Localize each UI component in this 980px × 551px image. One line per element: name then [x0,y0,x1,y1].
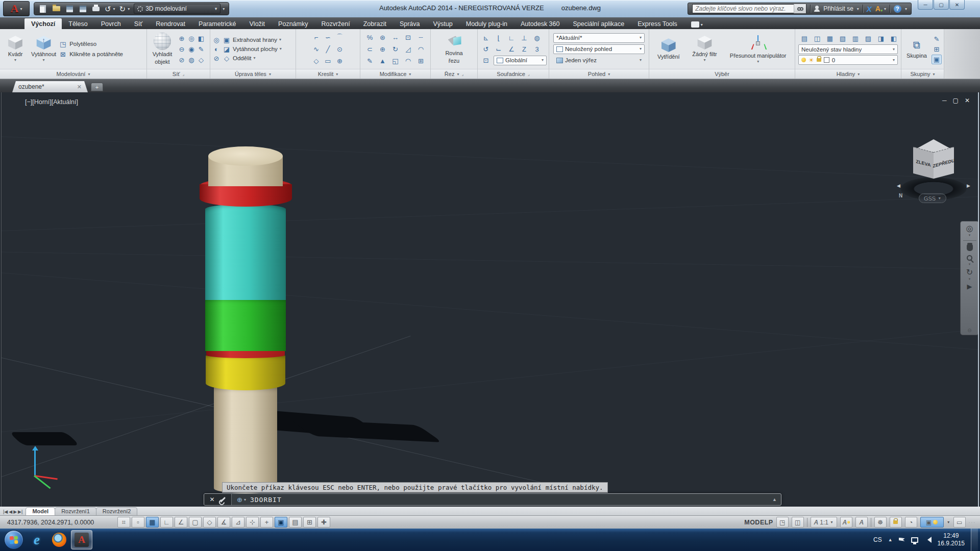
help-icon[interactable]: ? [894,5,901,13]
mesh-refine-icon[interactable]: ◎ [187,33,196,43]
layer-dropdown[interactable]: ☀ 0 ▾ [798,55,898,65]
group-select-icon[interactable]: ▣ [932,55,942,64]
layer-off-icon[interactable]: ◫ [811,33,823,43]
circle-icon[interactable]: ⊙ [334,43,346,55]
language-indicator[interactable]: CS [873,536,882,543]
layer-properties-icon[interactable]: ▤ [798,33,811,43]
volume-icon[interactable] [924,537,932,543]
mesh-box-icon[interactable]: ◧ [197,33,206,43]
new-drawing-tab-button[interactable]: + [91,83,103,91]
3d-move-icon[interactable]: % [364,32,376,43]
panel-title-souradnice[interactable]: Souřadnice⌟ [478,69,549,79]
close-drawing-icon[interactable]: ✕ [965,97,970,104]
ungroup-icon[interactable]: ⊞ [932,44,942,54]
tab-rozvrzeni[interactable]: Rozvržení [314,18,356,29]
polar-tracking-toggle[interactable]: ∠ [175,517,187,528]
smooth-more-icon[interactable]: ⊕ [177,33,186,43]
slice-icon[interactable]: ┄ [415,32,427,43]
autodesk-360-dropdown[interactable]: ▾ [884,7,886,11]
blend-curves-icon[interactable]: ∽ [323,32,334,43]
prev-layout-icon[interactable]: ◀ [9,509,12,514]
layer-state-dropdown[interactable]: Neuložený stav hladiny ▾ [798,44,898,54]
application-menu-button[interactable]: A ▾ [3,1,30,16]
sign-in-dropdown[interactable]: ▾ [857,7,859,11]
layout-tab-rozvrzeni1[interactable]: Rozvržení1 [55,507,96,515]
panel-title-rez[interactable]: Řez▾⌟ [431,69,477,79]
erase-icon[interactable]: ✎ [364,55,376,66]
panel-title-modelovani[interactable]: Modelování▾ [0,69,146,79]
ucs-world-icon[interactable]: ◍ [531,33,543,43]
customize-wrench-icon[interactable] [219,496,225,502]
model-paper-toggle[interactable]: MODELP [744,519,773,526]
viewcube-left-face[interactable]: ZLEVA [913,147,934,179]
qat-customize-dropdown[interactable]: ▾ [223,7,225,11]
tab-vlozit[interactable]: Vložit [243,18,272,29]
scale-icon[interactable]: ◱ [389,55,402,66]
mesh-edit-icon[interactable]: ✎ [197,44,206,54]
undo-button[interactable]: ↺ [105,5,111,13]
last-layout-icon[interactable]: ▶| [18,509,22,514]
line-icon[interactable]: ╱ [323,43,334,55]
extrude-button[interactable]: ↑ Vytáhnout ▾ [30,35,57,64]
pan-button[interactable] [967,243,973,252]
command-text[interactable]: 3DORBIT [250,496,282,504]
zoom-button[interactable]: ▾ [967,254,972,266]
chevron-down-icon[interactable]: ▼ [947,520,950,524]
mesh-erase-icon[interactable]: ◇ [197,55,206,65]
layer-prev-icon[interactable]: ◧ [888,33,900,43]
exchange-apps-icon[interactable]: X [867,5,872,13]
layer-lock-icon[interactable]: ▨ [862,33,874,43]
performance-button[interactable]: ◔ [905,517,917,528]
polygon-icon[interactable]: ◇ [311,55,322,66]
ucs-y-icon[interactable]: ∠ [505,44,518,54]
tab-autodesk-360[interactable]: Autodesk 360 [514,18,566,29]
snap-toggle[interactable]: ⌗ [117,517,130,528]
group-button[interactable]: ⧉ Skupina [903,38,930,60]
next-layout-icon[interactable]: ▶ [13,509,17,514]
navigation-wheel-button[interactable]: ◎▾ [966,224,973,237]
new-button[interactable] [38,4,47,13]
ucs-origin-icon[interactable]: ∟ [505,33,518,43]
chevron-down-icon[interactable]: ▾ [244,497,246,502]
panel-title-skupiny[interactable]: Skupiny▾ [901,69,944,79]
lineweight-toggle[interactable]: + [260,517,273,528]
ribbon-options-button[interactable]: ▾ [691,21,703,28]
panel-title-sit[interactable]: Síť⌟ [147,69,210,79]
polysolid-button[interactable]: ◳ Polytěleso [59,40,123,48]
align-icon[interactable]: ▲ [377,55,389,66]
section-plane-button[interactable]: Rovina řezu [441,33,468,65]
filter-button[interactable]: Žádný filtr ▾ [691,35,718,64]
help-dropdown[interactable]: ▾ [905,7,907,11]
restore-drawing-icon[interactable]: ▢ [953,97,959,104]
viewport-controls-label[interactable]: [−][Horní][Aktuální] [25,98,78,106]
polyline-icon[interactable]: ⌐ [311,32,322,43]
hardware-acceleration-button[interactable]: ▣ [920,517,944,528]
open-button[interactable] [52,4,61,13]
layout-tab-model[interactable]: Model [26,507,55,515]
layout-tab-rozvrzeni2[interactable]: Rozvržení2 [96,507,138,515]
sign-in-button[interactable]: Přihlásit se [823,5,853,12]
cancel-command-icon[interactable]: ✕ [209,496,214,503]
save-as-button[interactable] [78,4,87,13]
ucs-view-icon[interactable]: ⌊ [493,33,505,43]
ucs-z-icon[interactable]: Z [518,44,530,54]
tab-sit[interactable]: Síť [128,18,150,29]
smooth-object-button[interactable]: Vyhladit objekt [149,32,176,66]
culling-button[interactable]: Vytřídění [655,37,682,61]
annotation-visibility-button[interactable]: A [840,517,852,528]
first-layout-icon[interactable]: |◀ [3,509,8,514]
transparency-toggle[interactable]: ▣ [275,517,287,528]
mesh-split-icon[interactable]: ◍ [187,55,196,65]
osnap-toggle[interactable]: ▢ [189,517,202,528]
array-icon[interactable]: ⊞ [415,55,427,66]
spline-icon[interactable]: ∿ [311,43,322,55]
tab-povrch[interactable]: Povrch [94,18,128,29]
restore-button[interactable]: ▢ [934,0,949,10]
drawing-viewport[interactable]: [−][Horní][Aktuální] ─ ▢ ✕ N ◀ [1,92,979,507]
workspace-dropdown[interactable]: 3D modelování ▾ [134,4,220,14]
extrude-faces-button[interactable]: ◐ ◪ Vytáhnout plochy ▾ [212,45,282,53]
annotation-monitor-toggle[interactable]: ✚ [317,517,330,528]
toolbar-lock-button[interactable] [890,517,902,528]
3d-osnap-toggle[interactable]: ◇ [203,517,216,528]
tray-expand-icon[interactable]: ▲ [888,537,893,542]
